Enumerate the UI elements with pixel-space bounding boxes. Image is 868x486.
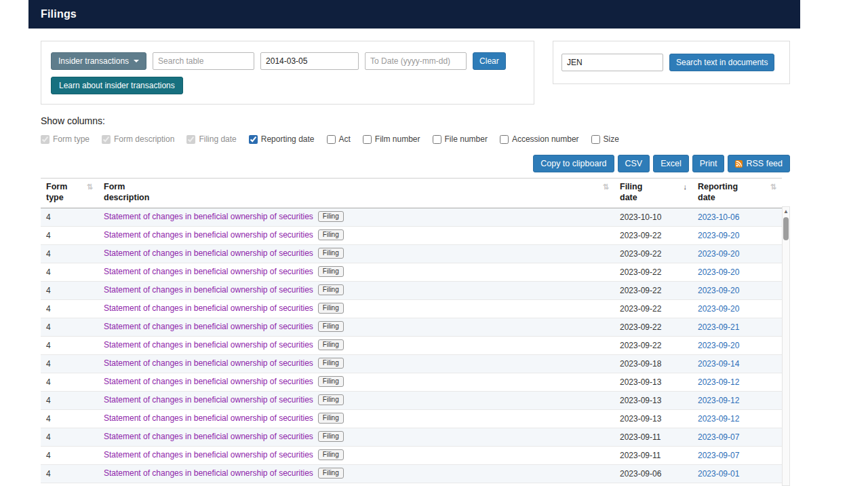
- document-search-input[interactable]: [561, 54, 663, 71]
- form-description-link[interactable]: Statement of changes in beneficial owner…: [104, 395, 313, 405]
- reporting-date-checkbox[interactable]: [249, 135, 258, 144]
- filing-badge-button[interactable]: Filing: [318, 248, 344, 259]
- sort-icon: ⇅: [603, 183, 609, 191]
- scroll-up-icon[interactable]: ▲: [783, 207, 789, 216]
- size-checkbox[interactable]: [591, 135, 600, 144]
- form-description-link[interactable]: Statement of changes in beneficial owner…: [104, 358, 313, 368]
- filing-date-cell: 2023-09-13: [614, 410, 692, 428]
- form-description-link[interactable]: Statement of changes in beneficial owner…: [104, 468, 313, 478]
- reporting-date-cell: 2023-09-20: [692, 337, 782, 355]
- filing-badge-button[interactable]: Filing: [318, 339, 344, 350]
- form-type-cell: 4: [41, 483, 98, 486]
- column-toggle-form-description: Form description: [102, 134, 174, 144]
- column-toggle-act[interactable]: Act: [327, 134, 351, 144]
- column-header-filing-date[interactable]: Filing date↓: [614, 179, 692, 208]
- sort-icon: ⇅: [770, 183, 776, 191]
- learn-insider-transactions-button[interactable]: Learn about insider transactions: [51, 77, 183, 94]
- film-number-checkbox[interactable]: [363, 135, 372, 144]
- filing-badge-button[interactable]: Filing: [318, 468, 344, 479]
- filter-line-1: Insider transactions Clear: [51, 52, 524, 70]
- filing-badge-button[interactable]: Filing: [318, 211, 344, 222]
- form-description-link[interactable]: Statement of changes in beneficial owner…: [104, 432, 313, 441]
- form-description-link[interactable]: Statement of changes in beneficial owner…: [104, 248, 313, 258]
- column-toggle-label: Filing date: [199, 134, 236, 144]
- accession-number-checkbox[interactable]: [500, 135, 509, 144]
- form-description-link[interactable]: Statement of changes in beneficial owner…: [104, 340, 313, 350]
- reporting-date-link[interactable]: 2023-09-12: [698, 396, 739, 405]
- reporting-date-link[interactable]: 2023-09-20: [698, 231, 739, 240]
- form-description-link[interactable]: Statement of changes in beneficial owner…: [104, 322, 313, 331]
- form-description-cell: Statement of changes in beneficial owner…: [98, 282, 614, 300]
- search-table-input[interactable]: [153, 52, 254, 70]
- form-description-link[interactable]: Statement of changes in beneficial owner…: [104, 450, 313, 460]
- reporting-date-cell: 2023-09-20: [692, 300, 782, 318]
- form-description-link[interactable]: Statement of changes in beneficial owner…: [104, 285, 313, 295]
- reporting-date-link[interactable]: 2023-09-20: [698, 286, 739, 295]
- search-documents-button[interactable]: Search text in documents: [669, 54, 774, 71]
- form-type-cell: 4: [41, 263, 98, 282]
- filing-badge-button[interactable]: Filing: [318, 376, 344, 387]
- from-date-input[interactable]: [260, 52, 359, 70]
- form-description-link[interactable]: Statement of changes in beneficial owner…: [104, 230, 313, 240]
- filing-date-cell: 2023-09-22: [614, 245, 692, 263]
- form-description-link[interactable]: Statement of changes in beneficial owner…: [104, 303, 313, 313]
- filing-badge-button[interactable]: Filing: [318, 431, 344, 442]
- filing-badge-button[interactable]: Filing: [318, 229, 344, 240]
- column-toggle-accession-number[interactable]: Accession number: [500, 134, 579, 144]
- column-header-form-type[interactable]: Form type⇅: [41, 179, 98, 208]
- form-type-cell: 4: [41, 318, 98, 337]
- to-date-input[interactable]: [365, 52, 467, 70]
- copy-to-clipboard-button[interactable]: Copy to clipboard: [533, 155, 614, 172]
- form-description-link[interactable]: Statement of changes in beneficial owner…: [104, 413, 313, 423]
- column-toggle-size[interactable]: Size: [591, 134, 619, 144]
- filing-badge-button[interactable]: Filing: [318, 266, 344, 277]
- file-number-checkbox[interactable]: [433, 135, 441, 144]
- form-description-link[interactable]: Statement of changes in beneficial owner…: [104, 212, 313, 221]
- filing-badge-button[interactable]: Filing: [318, 321, 344, 332]
- clear-button[interactable]: Clear: [473, 52, 506, 70]
- print-button[interactable]: Print: [692, 155, 725, 172]
- scrollbar-thumb[interactable]: [783, 217, 789, 240]
- reporting-date-link[interactable]: 2023-09-20: [698, 267, 739, 277]
- form-description-link[interactable]: Statement of changes in beneficial owner…: [104, 377, 313, 386]
- reporting-date-link[interactable]: 2023-10-06: [698, 212, 739, 222]
- act-checkbox[interactable]: [327, 135, 336, 144]
- panels-row: Insider transactions Clear Learn about i…: [41, 41, 790, 105]
- filing-badge-button[interactable]: Filing: [318, 449, 344, 460]
- reporting-date-cell: 2023-09-01: [692, 465, 782, 483]
- filing-badge-button[interactable]: Filing: [318, 358, 344, 369]
- filing-date-cell: 2023-09-22: [614, 282, 692, 300]
- filing-badge-button[interactable]: Filing: [318, 394, 344, 405]
- form-description-link[interactable]: Statement of changes in beneficial owner…: [104, 267, 313, 276]
- csv-button[interactable]: CSV: [618, 155, 650, 172]
- rss-feed-button[interactable]: RSS feed: [728, 155, 790, 172]
- column-header-reporting-date[interactable]: Reporting date⇅: [692, 179, 782, 208]
- reporting-date-link[interactable]: 2023-09-20: [698, 304, 739, 314]
- column-toggle-film-number[interactable]: Film number: [363, 134, 420, 144]
- reporting-date-link[interactable]: 2023-09-20: [698, 341, 739, 350]
- column-toggle-reporting-date[interactable]: Reporting date: [249, 134, 315, 144]
- reporting-date-link[interactable]: 2023-09-12: [698, 377, 739, 387]
- column-toggle-filing-date: Filing date: [186, 134, 236, 144]
- filing-badge-button[interactable]: Filing: [318, 413, 344, 424]
- column-toggle-file-number[interactable]: File number: [433, 134, 488, 144]
- column-header-form-description[interactable]: Form description⇅: [98, 179, 614, 208]
- form-type-cell: 4: [41, 337, 98, 355]
- filing-type-dropdown[interactable]: Insider transactions: [51, 52, 146, 70]
- reporting-date-link[interactable]: 2023-09-12: [698, 414, 739, 424]
- filing-badge-button[interactable]: Filing: [318, 284, 344, 295]
- reporting-date-link[interactable]: 2023-09-07: [698, 432, 739, 442]
- table-row: 4Statement of changes in beneficial owne…: [41, 227, 782, 245]
- reporting-date-link[interactable]: 2023-09-14: [698, 359, 739, 369]
- reporting-date-link[interactable]: 2023-09-21: [698, 322, 739, 332]
- filing-date-cell: 2023-09-13: [614, 392, 692, 410]
- table-row: 4Statement of changes in beneficial owne…: [41, 318, 782, 337]
- form-description-cell: Statement of changes in beneficial owner…: [98, 373, 614, 392]
- table-scrollbar[interactable]: ▲: [782, 206, 790, 486]
- filing-badge-button[interactable]: Filing: [318, 303, 344, 314]
- excel-button[interactable]: Excel: [653, 155, 689, 172]
- reporting-date-link[interactable]: 2023-09-20: [698, 249, 739, 259]
- reporting-date-link[interactable]: 2023-09-07: [698, 451, 739, 460]
- show-columns-label: Show columns:: [41, 115, 790, 126]
- reporting-date-link[interactable]: 2023-09-01: [698, 469, 739, 479]
